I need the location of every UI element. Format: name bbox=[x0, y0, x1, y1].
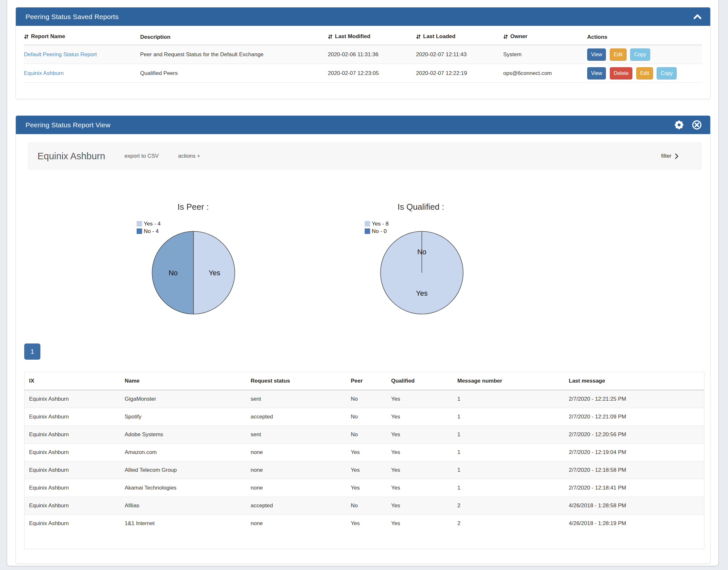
peer-row: Equinix Ashburn Afilias accepted No Yes … bbox=[25, 497, 704, 515]
cell-peer: No bbox=[346, 390, 387, 408]
legend-swatch-yes bbox=[137, 221, 142, 227]
export-csv-link[interactable]: export to CSV bbox=[125, 153, 159, 159]
view-button[interactable]: View bbox=[587, 67, 606, 79]
cell-message-number: 2 bbox=[453, 515, 564, 533]
peers-table-container: IX Name Request status Peer Qualified Me… bbox=[24, 372, 704, 549]
report-link[interactable]: Default Peering Status Report bbox=[24, 51, 97, 57]
cell-request-status: accepted bbox=[246, 497, 346, 515]
saved-reports-panel-title: Peering Status Saved Reports bbox=[26, 13, 118, 21]
cell-request-status: none bbox=[246, 462, 346, 479]
cell-ix: Equinix Ashburn bbox=[25, 515, 120, 533]
is-qualified-pie-chart: No Yes bbox=[377, 228, 467, 317]
filter-toggle[interactable]: filter bbox=[661, 153, 679, 159]
peer-row: Equinix Ashburn Allied Telecom Group non… bbox=[25, 462, 704, 479]
cell-name: Spotify bbox=[120, 408, 246, 426]
cell-qualified: Yes bbox=[387, 390, 453, 408]
column-header-owner[interactable]: Owner bbox=[503, 30, 587, 45]
saved-reports-panel: Peering Status Saved Reports bbox=[15, 7, 711, 99]
collapse-panel-button[interactable] bbox=[693, 14, 702, 19]
report-row: Equinix Ashburn Qualified Peers 2020-02-… bbox=[24, 64, 702, 83]
edit-button[interactable]: Edit bbox=[610, 48, 627, 61]
edit-button[interactable]: Edit bbox=[636, 67, 653, 79]
cell-last-message: 4/26/2018 - 1:28:58 PM bbox=[564, 497, 704, 515]
copy-button[interactable]: Copy bbox=[630, 48, 650, 61]
cell-name: Adobe Systems bbox=[120, 426, 246, 444]
cell-message-number: 2 bbox=[453, 497, 564, 515]
actions-menu-link[interactable]: actions + bbox=[178, 153, 200, 159]
legend-item: Yes - 8 bbox=[365, 220, 389, 228]
cell-qualified: Yes bbox=[387, 479, 453, 497]
filter-label: filter bbox=[661, 153, 672, 159]
cell-qualified: Yes bbox=[387, 408, 453, 426]
cell-last-message: 2/7/2020 - 12:21:25 PM bbox=[564, 390, 704, 408]
cell-qualified: Yes bbox=[387, 515, 453, 533]
pie-chart-title: Is Qualified : bbox=[356, 202, 486, 212]
cell-last-message: 2/7/2020 - 12:18:58 PM bbox=[564, 462, 704, 479]
column-header-ix: IX bbox=[25, 372, 120, 390]
delete-button[interactable]: Delete bbox=[610, 67, 632, 79]
peer-row: Equinix Ashburn Amazon.com none Yes Yes … bbox=[25, 444, 704, 462]
cell-ix: Equinix Ashburn bbox=[25, 444, 120, 462]
column-label: Last Loaded bbox=[423, 33, 456, 40]
cell-peer: No bbox=[346, 497, 387, 515]
cell-ix: Equinix Ashburn bbox=[25, 390, 120, 408]
report-last-loaded: 2020-02-07 12:11:43 bbox=[416, 45, 503, 64]
legend-item: Yes - 4 bbox=[137, 220, 160, 228]
report-last-loaded: 2020-02-07 12:22:19 bbox=[416, 64, 503, 83]
pie-slice-label-yes: Yes bbox=[209, 269, 220, 277]
cell-ix: Equinix Ashburn bbox=[25, 426, 120, 444]
report-description: Peer and Request Status for the Default … bbox=[140, 45, 328, 64]
column-label: Actions bbox=[587, 34, 607, 40]
settings-button[interactable] bbox=[674, 120, 684, 130]
sort-icon bbox=[416, 34, 421, 39]
peers-table: IX Name Request status Peer Qualified Me… bbox=[25, 372, 704, 532]
report-link[interactable]: Equinix Ashburn bbox=[24, 70, 64, 76]
report-owner: ops@6connect.com bbox=[503, 64, 587, 83]
chevron-right-icon bbox=[675, 153, 679, 159]
cell-last-message: 2/7/2020 - 12:20:56 PM bbox=[564, 426, 704, 444]
column-label: Owner bbox=[510, 33, 528, 40]
cell-name: Afilias bbox=[120, 497, 246, 515]
pagination-page-1-button[interactable]: 1 bbox=[24, 343, 40, 360]
pie-chart-title: Is Peer : bbox=[128, 202, 258, 212]
column-header-description: Description bbox=[140, 30, 328, 45]
sort-icon bbox=[24, 34, 29, 39]
cell-name: Amazon.com bbox=[120, 444, 246, 462]
cell-ix: Equinix Ashburn bbox=[25, 408, 120, 426]
cell-name: GigaMonster bbox=[120, 390, 246, 408]
pie-slice-label-yes: Yes bbox=[416, 289, 428, 297]
cell-peer: No bbox=[346, 426, 387, 444]
copy-button[interactable]: Copy bbox=[657, 67, 676, 79]
view-button[interactable]: View bbox=[587, 48, 606, 61]
column-header-actions: Actions bbox=[587, 30, 702, 45]
pie-slice-label-no: No bbox=[169, 269, 178, 277]
sort-icon bbox=[328, 34, 333, 39]
peer-row: Equinix Ashburn 1&1 Internet none Yes Ye… bbox=[25, 515, 704, 533]
column-label: Description bbox=[140, 34, 170, 40]
legend-swatch-no bbox=[137, 229, 142, 234]
cell-request-status: sent bbox=[246, 390, 346, 408]
report-last-modified: 2020-02-07 12:23:05 bbox=[328, 64, 416, 83]
cell-message-number: 1 bbox=[453, 444, 564, 462]
column-label: Last Modified bbox=[335, 33, 371, 40]
cell-peer: Yes bbox=[346, 515, 387, 533]
close-panel-button[interactable] bbox=[692, 120, 702, 130]
column-header-name: Name bbox=[120, 372, 246, 390]
sort-icon bbox=[503, 34, 508, 39]
report-description: Qualified Peers bbox=[140, 64, 328, 83]
cell-last-message: 2/7/2020 - 12:19:04 PM bbox=[564, 444, 704, 462]
cell-request-status: accepted bbox=[246, 408, 346, 426]
column-header-message-number: Message number bbox=[453, 372, 564, 390]
column-header-request-status: Request status bbox=[246, 372, 346, 390]
report-view-panel: Peering Status Report View Equinix Ashbu… bbox=[15, 115, 711, 564]
report-toolbar: Equinix Ashburn export to CSV actions + … bbox=[28, 142, 702, 170]
column-header-report-name[interactable]: Report Name bbox=[24, 30, 140, 45]
peer-row: Equinix Ashburn GigaMonster sent No Yes … bbox=[25, 390, 704, 408]
is-peer-pie-chart: No Yes bbox=[149, 228, 238, 317]
cell-peer: No bbox=[346, 408, 387, 426]
column-header-last-loaded[interactable]: Last Loaded bbox=[416, 30, 503, 45]
column-header-last-message: Last message bbox=[564, 372, 704, 390]
peer-row: Equinix Ashburn Spotify accepted No Yes … bbox=[25, 408, 704, 426]
cell-ix: Equinix Ashburn bbox=[25, 497, 120, 515]
column-header-last-modified[interactable]: Last Modified bbox=[328, 30, 416, 45]
